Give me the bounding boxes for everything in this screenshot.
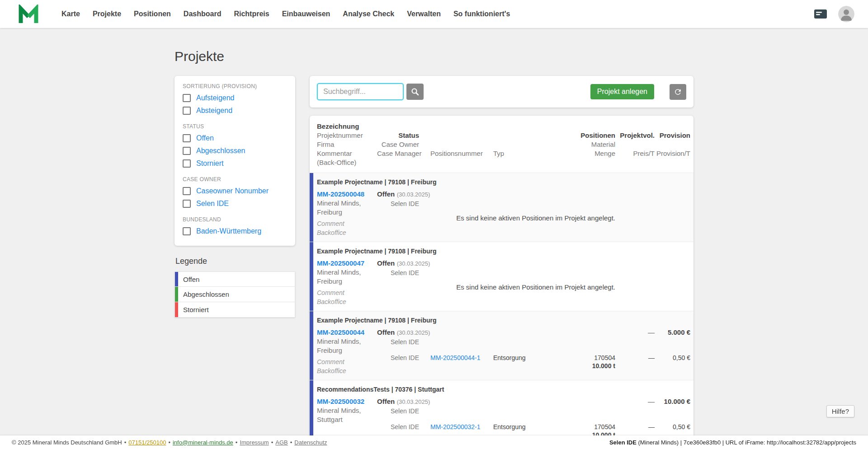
checkbox-caseowner-nonumber[interactable] — [183, 187, 191, 195]
nav-karte[interactable]: Karte — [55, 5, 86, 23]
status-color-bar — [310, 173, 313, 242]
toolbar: Projekt anlegen — [310, 76, 693, 108]
project-title: Example Projectname | 79108 | Freiburg — [317, 248, 690, 255]
refresh-icon — [674, 88, 682, 96]
filter-option-aufsteigend[interactable]: Aufsteigend — [183, 92, 287, 104]
checkbox-storniert[interactable] — [183, 159, 191, 168]
position-menge: 10.000 t — [561, 362, 615, 370]
search-input[interactable] — [317, 83, 404, 100]
position-typ: Entsorgung — [493, 354, 561, 370]
position-material: 170504 — [561, 354, 615, 362]
project-comment: Comment — [317, 219, 377, 228]
project-backoffice-comment: Backoffice — [317, 366, 377, 375]
col-typ: Typ — [493, 149, 561, 158]
project-company: Freiburg — [317, 277, 377, 286]
case-owner: Selen IDE — [377, 200, 419, 208]
nav-analyse-check[interactable]: Analyse Check — [336, 5, 401, 23]
search-button[interactable] — [406, 84, 424, 100]
project-row: Example Projectname | 79108 | Freiburg M… — [310, 173, 693, 242]
filter-option-baden-wuerttemberg[interactable]: Baden-Württemberg — [183, 225, 287, 238]
project-number-link[interactable]: MM-202500047 — [317, 259, 377, 268]
position-number-link[interactable]: MM-202500032-1 — [430, 423, 481, 430]
main-content: Projekt anlegen Bezeichnung Projektnumme… — [310, 76, 693, 449]
checkbox-offen[interactable] — [183, 134, 191, 142]
position-case-manager: Selen IDE — [377, 354, 419, 370]
project-comment: Comment — [317, 288, 377, 297]
create-project-button[interactable]: Projekt anlegen — [590, 84, 654, 99]
project-number-link[interactable]: MM-202500048 — [317, 190, 377, 199]
col-projektnummer: Projektnummer — [317, 131, 377, 140]
filter-option-absteigend[interactable]: Absteigend — [183, 104, 287, 117]
project-number-link[interactable]: MM-202500044 — [317, 328, 377, 337]
col-preis-t: Preis/T — [615, 149, 655, 158]
checkbox-baden-wuerttemberg[interactable] — [183, 227, 191, 235]
app-logo[interactable] — [18, 4, 39, 24]
checkbox-absteigend[interactable] — [183, 107, 191, 115]
filter-section-sortierung: Sortierung (Provision) — [183, 83, 287, 89]
filter-section-status: Status — [183, 123, 287, 130]
nav-projekte[interactable]: Projekte — [86, 5, 127, 23]
help-button[interactable]: Hilfe? — [826, 405, 854, 417]
status-label: Offen — [377, 190, 395, 198]
project-title: Example Projectname | 79108 | Freiburg — [317, 317, 690, 324]
project-row: Example Projectname | 79108 | Freiburg M… — [310, 242, 693, 311]
separator: • — [124, 439, 127, 446]
projects-table: Bezeichnung Projektnummer Firma Kommenta… — [310, 116, 693, 449]
project-company: Mineral Minds, — [317, 268, 377, 277]
sidebar: Sortierung (Provision) Aufsteigend Abste… — [175, 76, 295, 318]
separator: • — [168, 439, 170, 446]
nav-verwalten[interactable]: Verwalten — [401, 5, 447, 23]
separator: • — [236, 439, 238, 446]
datenschutz-link[interactable]: Datenschutz — [294, 439, 327, 446]
project-company: Freiburg — [317, 346, 377, 355]
col-case-owner: Case Owner — [377, 140, 419, 149]
filter-panel: Sortierung (Provision) Aufsteigend Abste… — [175, 76, 295, 246]
project-title: RecommendationsTests | 70376 | Stuttgart — [317, 386, 690, 393]
copyright: © 2025 Mineral Minds Deutschland GmbH — [12, 439, 122, 446]
project-company: Mineral Minds, — [317, 199, 377, 208]
project-backoffice-comment: Backoffice — [317, 297, 377, 306]
checkbox-abgeschlossen[interactable] — [183, 147, 191, 155]
filter-option-offen[interactable]: Offen — [183, 132, 287, 145]
session-user: Selen IDE — [609, 439, 637, 446]
project-provision-value: 10.000 € — [655, 397, 690, 416]
project-company: Mineral Minds, — [317, 406, 377, 415]
filter-section-case-owner: Case Owner — [183, 176, 287, 182]
nav-richtpreis[interactable]: Richtpreis — [227, 5, 275, 23]
status-label: Offen — [377, 398, 395, 405]
separator: • — [271, 439, 274, 446]
col-bezeichnung: Bezeichnung — [317, 122, 377, 131]
session-info: Selen IDE (Mineral Minds) | 7ce360e83fb0… — [609, 439, 856, 446]
email-link[interactable]: info@mineral-minds.de — [173, 439, 233, 446]
nav-einbauweisen[interactable]: Einbauweisen — [276, 5, 337, 23]
nav-so-funktionierts[interactable]: So funktioniert's — [447, 5, 517, 23]
person-icon — [838, 6, 854, 22]
position-material: 170504 — [561, 423, 615, 431]
filter-option-storniert[interactable]: Storniert — [183, 157, 287, 170]
legend-title: Legende — [175, 257, 295, 266]
project-number-link[interactable]: MM-202500032 — [317, 397, 377, 406]
col-kommentar: Kommentar — [317, 149, 377, 158]
agb-link[interactable]: AGB — [275, 439, 288, 446]
legend-color-storniert — [175, 302, 178, 317]
phone-link[interactable]: 07151/250100 — [128, 439, 166, 446]
main-nav: Karte Projekte Positionen Dashboard Rich… — [55, 5, 517, 23]
legend: Legende Offen Abgeschlossen Storniert — [175, 257, 295, 318]
refresh-button[interactable] — [670, 84, 686, 100]
checkbox-selen-ide[interactable] — [183, 200, 191, 208]
impressum-link[interactable]: Impressum — [240, 439, 269, 446]
project-comment: Comment — [317, 357, 377, 366]
col-provision-t: Provision/T — [655, 149, 690, 158]
filter-option-selen-ide[interactable]: Selen IDE — [183, 197, 287, 210]
page-title: Projekte — [175, 28, 693, 76]
card-reader-icon[interactable] — [814, 9, 827, 19]
filter-option-caseowner-nonumber[interactable]: Caseowner Nonumber — [183, 185, 287, 197]
nav-positionen[interactable]: Positionen — [127, 5, 177, 23]
case-owner: Selen IDE — [377, 338, 419, 346]
filter-option-abgeschlossen[interactable]: Abgeschlossen — [183, 145, 287, 157]
nav-dashboard[interactable]: Dashboard — [177, 5, 228, 23]
checkbox-aufsteigend[interactable] — [183, 94, 191, 102]
position-number-link[interactable]: MM-202500044-1 — [430, 354, 481, 361]
user-avatar[interactable] — [838, 6, 854, 22]
project-provision-value: 5.000 € — [655, 328, 690, 346]
